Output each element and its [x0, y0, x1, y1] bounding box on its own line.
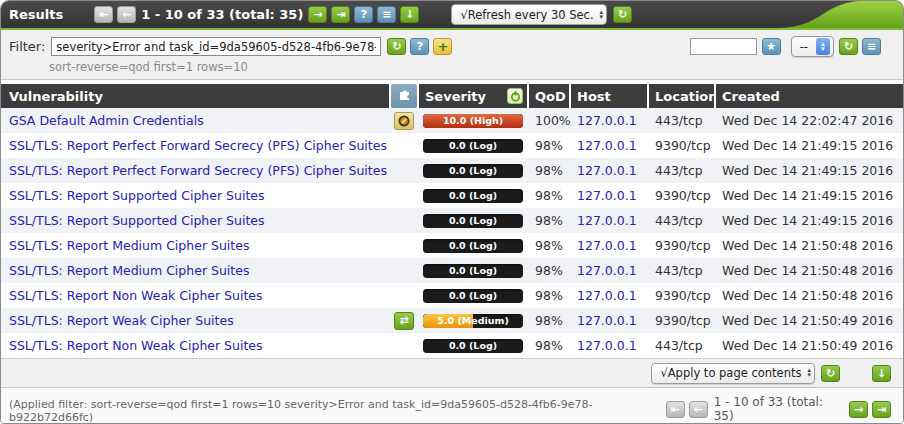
location-value: 443/tcp: [649, 258, 714, 283]
saved-filter-name-input[interactable]: [690, 38, 757, 55]
qod-value: 98%: [529, 158, 569, 183]
column-header-location[interactable]: Location: [649, 84, 714, 108]
select-stepper-icon: ▴▾: [600, 10, 604, 20]
saved-filter-value: --: [800, 40, 808, 54]
created-value: Wed Dec 14 21:50:48 2016: [716, 233, 903, 258]
list-icon: ≡: [867, 41, 876, 52]
results-table-header: Vulnerability Severity QoD Host Location…: [1, 84, 903, 108]
last-page-icon: ⇥: [336, 9, 345, 20]
apply-saved-filter-button[interactable]: ↻: [839, 38, 858, 55]
first-page-icon: ⇤: [99, 9, 108, 20]
refresh-interval-select[interactable]: √Refresh every 30 Sec. ▴▾: [451, 4, 607, 25]
first-page-button[interactable]: ⇤: [666, 401, 685, 418]
host-link[interactable]: 127.0.0.1: [577, 163, 637, 178]
bulk-action-select[interactable]: √Apply to page contents ▴▾: [651, 363, 815, 384]
location-value: 9390/tcp: [649, 283, 714, 308]
column-header-vulnerability[interactable]: Vulnerability: [1, 84, 389, 108]
download-page-button[interactable]: ↓: [872, 365, 891, 382]
host-link[interactable]: 127.0.0.1: [577, 263, 637, 278]
vulnerability-link[interactable]: SSL/TLS: Report Supported Cipher Suites: [9, 188, 264, 203]
severity-label: 0.0 (Log): [423, 339, 523, 353]
table-row: SSL/TLS: Report Medium Cipher Suites 0.0…: [1, 258, 903, 283]
qod-value: 98%: [529, 258, 569, 283]
column-header-severity[interactable]: Severity: [419, 84, 527, 108]
host-link[interactable]: 127.0.0.1: [577, 138, 637, 153]
next-page-icon: →: [854, 404, 863, 415]
help-button[interactable]: ?: [354, 6, 373, 23]
qod-value: 100%: [529, 108, 569, 133]
created-value: Wed Dec 14 21:49:15 2016: [716, 183, 903, 208]
host-link[interactable]: 127.0.0.1: [577, 313, 637, 328]
host-link[interactable]: 127.0.0.1: [577, 113, 637, 128]
created-value: Wed Dec 14 21:50:48 2016: [716, 258, 903, 283]
solution-workaround-icon: [394, 112, 414, 130]
results-table-body: GSA Default Admin Credentials 10.0 (High…: [1, 108, 903, 358]
host-link[interactable]: 127.0.0.1: [577, 338, 637, 353]
last-page-button[interactable]: ⇥: [872, 401, 891, 418]
greenbone-swoosh-decoration: [771, 1, 903, 28]
next-page-button[interactable]: →: [849, 401, 868, 418]
vulnerability-link[interactable]: SSL/TLS: Report Medium Cipher Suites: [9, 263, 249, 278]
vulnerability-link[interactable]: SSL/TLS: Report Non Weak Cipher Suites: [9, 338, 263, 353]
solution-mitigation-icon: ⇄: [394, 312, 414, 330]
location-value: 443/tcp: [649, 333, 714, 358]
vulnerability-link[interactable]: SSL/TLS: Report Medium Cipher Suites: [9, 238, 249, 253]
footer-pagination: ⇤ ← 1 - 10 of 33 (total: 35) → ⇥: [666, 395, 891, 423]
qod-value: 98%: [529, 283, 569, 308]
severity-bar: 0.0 (Log): [423, 239, 523, 253]
refresh-interval-value: √Refresh every 30 Sec.: [460, 8, 593, 22]
severity-label: 0.0 (Log): [423, 164, 523, 178]
table-row: SSL/TLS: Report Non Weak Cipher Suites 0…: [1, 333, 903, 358]
previous-page-icon: ←: [694, 404, 703, 415]
previous-page-icon: ←: [122, 9, 131, 20]
apply-action-button[interactable]: ↻: [821, 365, 840, 382]
vulnerability-link[interactable]: SSL/TLS: Report Supported Cipher Suites: [9, 213, 264, 228]
host-link[interactable]: 127.0.0.1: [577, 188, 637, 203]
filter-input[interactable]: [51, 37, 381, 56]
table-row: SSL/TLS: Report Supported Cipher Suites …: [1, 183, 903, 208]
status-bar: (Applied filter: sort-reverse=qod first=…: [1, 388, 903, 424]
new-filter-button[interactable]: +: [433, 38, 452, 55]
next-page-button[interactable]: →: [308, 6, 327, 23]
qod-value: 98%: [529, 208, 569, 233]
previous-page-button[interactable]: ←: [689, 401, 708, 418]
vulnerability-link[interactable]: SSL/TLS: Report Non Weak Cipher Suites: [9, 288, 263, 303]
host-link[interactable]: 127.0.0.1: [577, 238, 637, 253]
titlebar: Results ⇤ ← 1 - 10 of 33 (total: 35) → ⇥…: [1, 1, 903, 30]
host-link[interactable]: 127.0.0.1: [577, 288, 637, 303]
save-filter-button[interactable]: ★: [762, 38, 781, 55]
previous-page-button[interactable]: ←: [117, 6, 136, 23]
edit-filters-button[interactable]: ≡: [862, 38, 881, 55]
severity-label: 0.0 (Log): [423, 189, 523, 203]
vulnerability-link[interactable]: SSL/TLS: Report Weak Cipher Suites: [9, 313, 234, 328]
created-value: Wed Dec 14 21:50:48 2016: [716, 283, 903, 308]
vulnerability-link[interactable]: GSA Default Admin Credentials: [9, 113, 204, 128]
export-button[interactable]: ↓: [400, 6, 419, 23]
table-row: SSL/TLS: Report Weak Cipher Suites ⇄ 5.0…: [1, 308, 903, 333]
update-filter-button[interactable]: ↻: [387, 38, 406, 55]
saved-filter-select[interactable]: -- ▴▾: [791, 36, 834, 57]
severity-label: 5.0 (Medium): [423, 314, 523, 328]
refresh-now-button[interactable]: ↻: [613, 6, 632, 23]
vulnerability-link[interactable]: SSL/TLS: Report Perfect Forward Secrecy …: [9, 138, 387, 153]
last-page-button[interactable]: ⇥: [331, 6, 350, 23]
severity-label: 0.0 (Log): [423, 264, 523, 278]
column-header-created[interactable]: Created: [716, 84, 903, 108]
first-page-button[interactable]: ⇤: [94, 6, 113, 23]
first-page-icon: ⇤: [671, 404, 680, 415]
help-icon: ?: [417, 41, 423, 52]
bulk-action-bar: √Apply to page contents ▴▾ ↻ ↓: [1, 358, 903, 388]
severity-sort-icon[interactable]: [507, 88, 523, 104]
column-header-host[interactable]: Host: [571, 84, 647, 108]
column-header-qod[interactable]: QoD: [529, 84, 569, 108]
list-view-button[interactable]: ≡: [377, 6, 396, 23]
filter-help-button[interactable]: ?: [410, 38, 429, 55]
host-link[interactable]: 127.0.0.1: [577, 213, 637, 228]
table-row: SSL/TLS: Report Supported Cipher Suites …: [1, 208, 903, 233]
pagination-count: 1 - 10 of 33 (total: 35): [714, 395, 843, 423]
vulnerability-link[interactable]: SSL/TLS: Report Perfect Forward Secrecy …: [9, 163, 387, 178]
select-stepper-icon: ▴▾: [807, 368, 811, 378]
severity-bar: 10.0 (High): [423, 114, 523, 128]
qod-value: 98%: [529, 333, 569, 358]
column-header-solution-type[interactable]: [391, 84, 417, 108]
